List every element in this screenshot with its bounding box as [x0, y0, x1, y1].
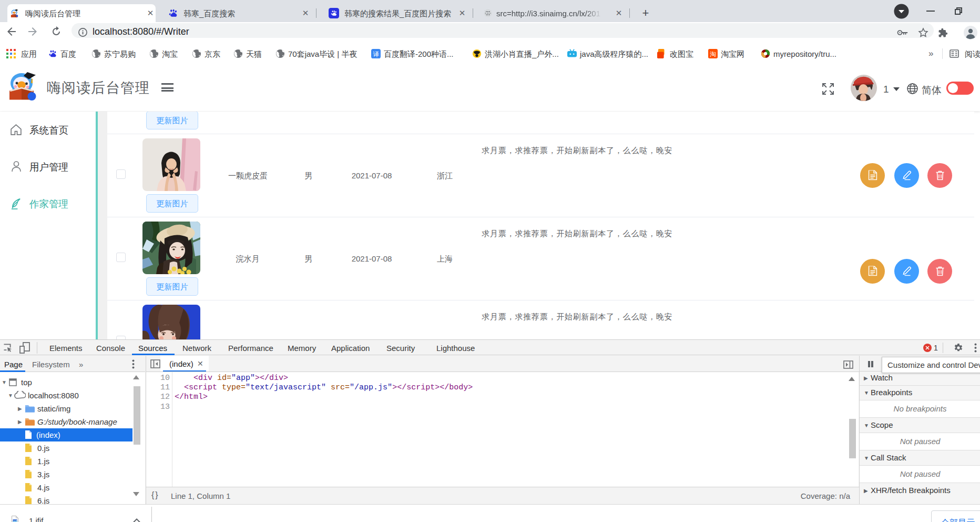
- svg-text:译: 译: [373, 51, 379, 57]
- svg-text:淘: 淘: [710, 51, 716, 57]
